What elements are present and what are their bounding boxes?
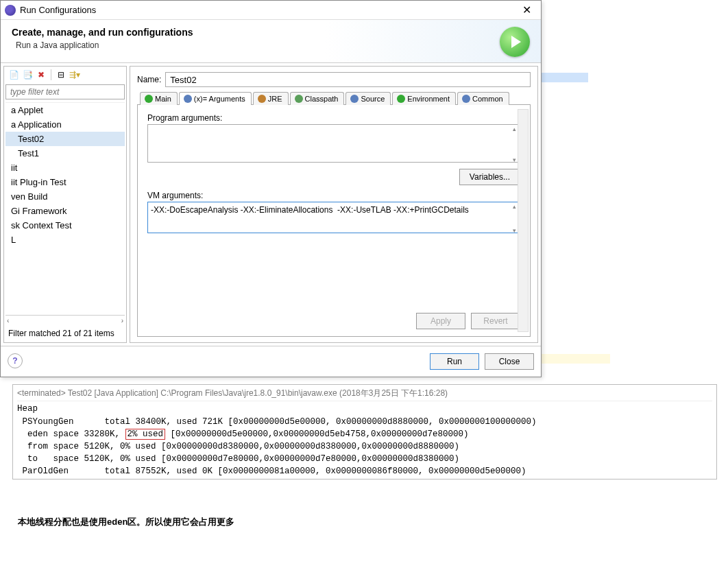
sidebar-item[interactable]: a Application — [5, 117, 125, 132]
console-line: to space 5120K, 0% used [0x00000000d7e80… — [17, 453, 712, 465]
new-config-icon[interactable]: 📄 — [8, 69, 19, 80]
tab-label: Environment — [407, 95, 450, 103]
eclipse-icon — [5, 5, 16, 16]
sidebar-item[interactable]: L — [5, 233, 125, 247]
tab-icon — [295, 95, 303, 103]
tab-jre[interactable]: JRE — [253, 92, 289, 105]
sidebar-item[interactable]: sk Context Test — [5, 218, 125, 233]
console-line: PSYoungGen total 38400K, used 721K [0x00… — [17, 416, 712, 428]
tab-icon — [397, 95, 405, 103]
console-header: <terminated> Test02 [Java Application] C… — [17, 386, 712, 401]
filter-icon[interactable]: ⇶▾ — [69, 69, 80, 80]
close-button[interactable]: Close — [485, 353, 534, 370]
background-decor — [542, 354, 610, 364]
filter-input[interactable] — [5, 84, 125, 99]
console-line: ParOldGen total 87552K, used 0K [0x00000… — [17, 465, 712, 477]
close-icon[interactable]: ✕ — [517, 3, 537, 16]
tab-source[interactable]: Source — [345, 92, 391, 105]
duplicate-config-icon[interactable]: 📑 — [22, 69, 33, 80]
vm-args-input[interactable] — [147, 202, 520, 233]
dialog-footer: ? Run Close — [1, 346, 541, 377]
highlight-box: 2% used — [125, 429, 166, 440]
tab-xarguments[interactable]: (x)= Arguments — [179, 92, 252, 105]
tab-classpath[interactable]: Classpath — [290, 92, 345, 105]
arguments-tab-body: Program arguments: ▴▾ Variables... VM ar… — [137, 105, 531, 337]
name-field[interactable] — [165, 72, 531, 87]
window-title: Run Configurations — [20, 5, 96, 15]
titlebar: Run Configurations ✕ — [1, 1, 541, 20]
console-lines: Heap PSYoungGen total 38400K, used 721K … — [17, 403, 712, 477]
tab-label: Classpath — [305, 95, 339, 103]
sidebar-item[interactable]: Gi Framework — [5, 204, 125, 218]
collapse-all-icon[interactable]: ⊟ — [56, 69, 66, 80]
tab-common[interactable]: Common — [457, 92, 509, 105]
config-tree[interactable]: a Appleta ApplicationTest02Test1iitiit P… — [5, 102, 125, 315]
console-line: from space 5120K, 0% used [0x00000000d83… — [17, 440, 712, 453]
sidebar-item[interactable]: Test1 — [5, 146, 125, 161]
console-line: eden space 33280K, 2% used [0x00000000d5… — [17, 428, 712, 440]
run-icon — [500, 27, 530, 57]
config-main-panel: Name: Main(x)= ArgumentsJREClasspathSour… — [130, 66, 538, 343]
revert-button[interactable]: Revert — [471, 313, 520, 329]
apply-button[interactable]: Apply — [416, 313, 465, 329]
sidebar-item[interactable]: iit — [5, 161, 125, 175]
background-decor — [542, 73, 588, 82]
config-tabs: Main(x)= ArgumentsJREClasspathSourceEnvi… — [137, 91, 531, 105]
tab-icon — [462, 95, 470, 103]
console-panel: <terminated> Test02 [Java Application] C… — [12, 384, 717, 480]
tab-label: Common — [472, 95, 503, 103]
vertical-scrollbar[interactable] — [518, 109, 529, 332]
annotation-text: 本地线程分配也是使用eden区。所以使用它会占用更多 — [18, 516, 234, 528]
variables-button[interactable]: Variables... — [459, 169, 520, 185]
tab-main[interactable]: Main — [140, 92, 178, 105]
tab-icon — [258, 95, 266, 103]
config-sidebar: 📄 📑 ✖ ⊟ ⇶▾ a Appleta ApplicationTest02Te… — [3, 66, 127, 343]
sidebar-item[interactable]: a Applet — [5, 103, 125, 117]
tab-label: (x)= Arguments — [194, 95, 245, 103]
dialog-header: Create, manage, and run configurations R… — [1, 20, 541, 63]
sidebar-item[interactable]: Test02 — [5, 132, 125, 146]
tab-icon — [184, 95, 192, 103]
tab-icon — [145, 95, 153, 103]
header-title: Create, manage, and run configurations — [12, 27, 500, 38]
help-button[interactable]: ? — [8, 353, 23, 368]
filter-status: Filter matched 21 of 21 items — [5, 326, 125, 341]
program-args-input[interactable] — [147, 124, 520, 163]
console-line: Heap — [17, 403, 712, 415]
vm-args-label: VM arguments: — [147, 191, 520, 200]
run-configurations-dialog: Run Configurations ✕ Create, manage, and… — [0, 0, 542, 377]
tab-label: Main — [155, 95, 171, 103]
console-output: <terminated> Test02 [Java Application] C… — [12, 384, 717, 480]
header-subtitle: Run a Java application — [16, 40, 500, 50]
tab-environment[interactable]: Environment — [392, 92, 456, 105]
sidebar-item[interactable]: iit Plug-in Test — [5, 175, 125, 189]
delete-config-icon[interactable]: ✖ — [36, 69, 47, 80]
sidebar-toolbar: 📄 📑 ✖ ⊟ ⇶▾ — [5, 68, 125, 82]
tab-label: Source — [361, 95, 385, 103]
sidebar-item[interactable]: ven Build — [5, 189, 125, 204]
tab-label: JRE — [268, 95, 282, 103]
tab-icon — [350, 95, 359, 103]
horizontal-scrollbar[interactable]: ‹› — [5, 315, 125, 326]
run-button[interactable]: Run — [430, 353, 479, 370]
name-label: Name: — [137, 75, 161, 84]
program-args-label: Program arguments: — [147, 113, 520, 123]
